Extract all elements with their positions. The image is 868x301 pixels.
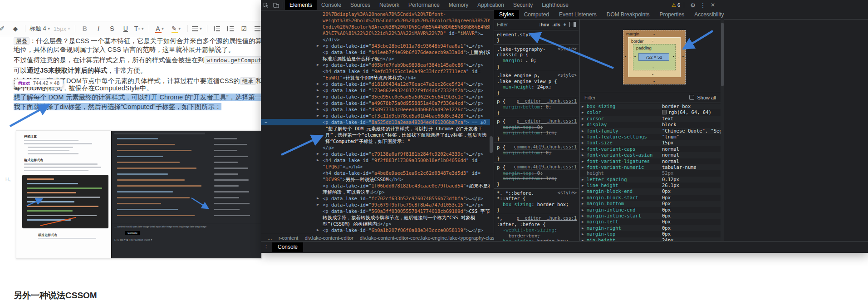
tree-p-node[interactable]: ▶<p data-lake-id="a49678b75a0d9558851a40… (323, 100, 490, 106)
tree-selected-node[interactable]: ⋯▼<p data-lake-id="8a525dd10a2eaa49284ed… (261, 119, 490, 125)
tree-p-node[interactable]: ▶<p data-lake-id="99c679f9bfbc79c8f8b4a7… (323, 202, 490, 208)
tree-p-node[interactable]: ▶<p data-lake-id="6b0a1b207f06f0a88e343c… (323, 227, 490, 233)
computed-property-row[interactable]: ▶box-sizingborder-box (580, 104, 721, 109)
style-rule[interactable]: <style>.lake-typography-classic p {margi… (494, 45, 579, 72)
style-rule[interactable]: p__editor__…hunk.css:1p {margin-bottom: … (494, 97, 579, 117)
style-rule[interactable]: <style>.lake-engine p,.lake-engine-view … (494, 71, 579, 97)
tree-p-node[interactable]: ▶<p data-lake-id="343cbe28be1011a78c9364… (323, 43, 490, 49)
computed-property-row[interactable]: ▶margin-inline-start0px (580, 213, 721, 219)
tree-attr-text[interactable]: A3%E7%A0%81%22%2C%22id%22%3A%22iMAVR%22%… (323, 30, 490, 36)
computed-property-row[interactable]: ▶font-variant-numerictabular-nums (580, 164, 721, 170)
style-rule[interactable]: <style>*, *::before,*::after {box-sizing… (494, 189, 579, 215)
computed-property-row[interactable]: height52px (580, 170, 721, 176)
sidebar-tab-accessibility[interactable]: Accessibility (689, 10, 729, 19)
rule-source-link[interactable]: <style> (558, 73, 577, 78)
tree-text-node[interactable]: "想了解每个 DOM 元素最终的计算样式，可以打开 Chrome 的“开发者工 (323, 125, 490, 132)
sidebar-tab-event-listeners[interactable]: Event Listeners (554, 10, 602, 19)
underline-icon[interactable]: U (120, 23, 131, 34)
style-rule[interactable]: common.4b19…chunk.css:1p {margin-top: 0;… (494, 163, 579, 189)
warning-icon[interactable]: ⚠ (672, 2, 676, 8)
computed-filter-input[interactable]: Filter (584, 95, 595, 100)
hov-toggle[interactable]: :hov (539, 22, 549, 27)
rule-source-link[interactable]: p__editor__…hunk.css:1 (517, 216, 577, 221)
breadcrumb-item[interactable]: div.lake-content-editor (304, 235, 353, 241)
tree-h4-node[interactable]: ▶<h4 data-lake-id="9f2f883f17309a3500b18… (323, 157, 490, 163)
tree-p-node[interactable]: 转换成字符，接着转换成令牌和节点，最后链接到一个称为“CSS 对象模 (323, 214, 490, 221)
box-model-padding[interactable]: padding - - - 752 × 52 (633, 44, 676, 70)
tree-p-node[interactable]: 理解的话，可以看这里☝</p> (323, 189, 490, 195)
font-color-icon[interactable]: A▼ (153, 23, 167, 34)
tree-p-node[interactable]: ▶<p data-lake-id="ef3c11d9cb78cd5a01b4ba… (323, 113, 490, 119)
tree-text-node[interactable]: 择“Computed”子标签，如下图所示: " (323, 138, 490, 144)
color-swatch[interactable] (662, 110, 667, 114)
style-rule[interactable]: p__editor__…hunk.css:1*,:after, :before … (494, 214, 579, 241)
computed-property-row[interactable]: ▶font-feature-settings"tnum" (580, 134, 721, 140)
tree-p-node[interactable]: <p data-lake-id="b41eeb7f4e69b6f076deace… (323, 49, 490, 55)
rule-source-link[interactable]: p__editor__…hunk.css:1 (517, 118, 577, 124)
style-rule[interactable]: p__editor__…hunk.css:1p {margin-top: 0;m… (494, 117, 579, 143)
computed-property-row[interactable]: ▶margin-bottom0px (580, 201, 721, 207)
show-all-checkbox[interactable] (689, 95, 694, 100)
drawer-menu-icon[interactable]: ⋮ (264, 244, 269, 250)
styles-filter-input[interactable]: Filter (497, 22, 508, 27)
computed-property-row[interactable]: ▶margin-inline-end0px (580, 207, 721, 213)
editor-text-line[interactable]: 地位，具体的层叠规则属于深入 CSS 语言的范畴，这里就补展开篇幅说了。 (14, 45, 235, 54)
editor-text-line[interactable]: 可以通过JS来获取计算后的样式，非常方便。 (14, 66, 147, 75)
heading-select[interactable]: 标题 4▼ (29, 23, 51, 34)
devtools-tab-memory[interactable]: Memory (444, 0, 473, 10)
tree-h4-node[interactable]: <h4 data-lake-id="a4be8e9aee51ea6c2c62d0… (323, 170, 490, 176)
computed-property-row[interactable]: ▶font-variant-ligaturesnormal (580, 158, 721, 164)
tree-p-node[interactable]: ▶<p data-lake-id="d589773b3c0eeea0db06b5… (323, 106, 490, 113)
computed-property-row[interactable]: ▶displayblock (580, 122, 721, 128)
inspect-element-icon[interactable] (261, 0, 271, 10)
devtools-tab-performance[interactable]: Performance (404, 0, 444, 10)
trailing-heading[interactable]: 另外一种说法CSSOM (14, 290, 97, 301)
computed-property-row[interactable]: ▶margin-right0px (580, 225, 721, 231)
inline-code-chip[interactable]: 层叠 (14, 37, 29, 45)
tree-p-node[interactable]: ▶<p data-lake-id="173e862e93240172f9fd4d… (323, 87, 490, 94)
sidebar-layout-icon[interactable] (569, 22, 576, 27)
rule-source-link[interactable]: common.4b19…chunk.css:1 (514, 144, 577, 150)
tree-attr-text[interactable]: 20%7Bdisplay%3A%20none%7D%5Cndiv%20%7Bfo… (323, 11, 490, 17)
sidebar-tab-computed[interactable]: Computed (519, 10, 554, 19)
more-options-icon[interactable]: ⋮ (698, 0, 708, 10)
tree-attr-text[interactable]: weight%3A%20bold%7D%5Cndiv%20%20p%20%7Bc… (323, 17, 490, 24)
style-rule[interactable]: common.4b19…chunk.css:1p {margin-bottom:… (494, 143, 579, 163)
tree-h4-node[interactable]: "DCV9S">另外一种说法CSSOM</h4> (323, 176, 490, 183)
computed-property-row[interactable]: ▶font-family"Chinese Quote", "Seg (580, 128, 721, 134)
devtools-tab-sources[interactable]: Sources (346, 0, 375, 10)
format-brush-icon[interactable]: ✐ (0, 23, 7, 34)
computed-property-row[interactable]: ▶cursortext (580, 116, 721, 122)
editor-text-line[interactable]: 我下面就选择了div标签，然后再选择“Computed”子标签，如下图所示： (14, 102, 221, 112)
highlight-icon[interactable]: ✎▼ (170, 23, 183, 34)
console-drawer-tab[interactable]: Console (272, 242, 303, 252)
rule-source-link[interactable]: common.4b19…chunk.css:1 (514, 164, 577, 170)
editor-text-line[interactable]: 不过值得注意的是，在计算完样式之后，所有的样式值会被挂在到window.getC… (14, 55, 288, 65)
tree-p-node[interactable]: ▶<p data-lake-id="fc702cf633b52c97607485… (323, 195, 490, 202)
computed-property-row[interactable]: ▶font-variant-capsnormal (580, 146, 721, 152)
breadcrumb-item[interactable]: r-content (279, 235, 298, 241)
italic-icon[interactable]: I (93, 23, 104, 34)
settings-gear-icon[interactable]: ⚙ (688, 0, 698, 10)
strikethrough-icon[interactable]: S (107, 23, 118, 34)
tree-p-node[interactable]: <p data-lake-id="1f06bdd078182be43caae0e… (323, 183, 490, 189)
sidebar-tab-dom-breakpoints[interactable]: DOM Breakpoints (602, 10, 655, 19)
computed-property-row[interactable]: ▶margin-left0px (580, 219, 721, 225)
tree-h4-node[interactable]: "EuWRI">计算每个DOM节点具体样式</h4> (323, 74, 490, 81)
font-size-select[interactable]: 15px▼ (54, 23, 71, 34)
bold-icon[interactable]: B (79, 23, 90, 34)
tree-attr-text[interactable]: Cndiv%20%7Bcolor%3Ared%3B%20%7D%5Cn%E5%A… (323, 24, 490, 30)
bulleted-list-icon[interactable] (211, 23, 222, 34)
tree-closing-tag[interactable]: </p> (323, 144, 490, 151)
devtools-tab-lighthouse[interactable]: Lighthouse (537, 0, 573, 10)
tree-p-node[interactable]: ▶<p data-lake-id="d18180434a12d76eac47a2… (323, 81, 490, 87)
tree-h4-node[interactable]: <h4 data-lake-id="9efd37455cc1e6a49c334c… (323, 68, 490, 74)
box-model-margin[interactable]: margin - - - - border - - - - padding - … (623, 30, 686, 84)
computed-property-row[interactable]: ▶margin-block-start0px (580, 195, 721, 201)
computed-property-row[interactable]: ▶min-height24px (580, 237, 721, 241)
breadcrumb-item[interactable]: div.lake-content-editor-core.lake-engine… (360, 235, 494, 241)
computed-property-row[interactable]: ▶font-size15px (580, 140, 721, 146)
tree-p-node[interactable]: ▶<p data-lake-id="c79138a0af9f8181b284fc… (323, 151, 490, 157)
numbered-list-icon[interactable] (225, 23, 236, 34)
inline-code-chip[interactable]: 继承 (240, 77, 256, 85)
